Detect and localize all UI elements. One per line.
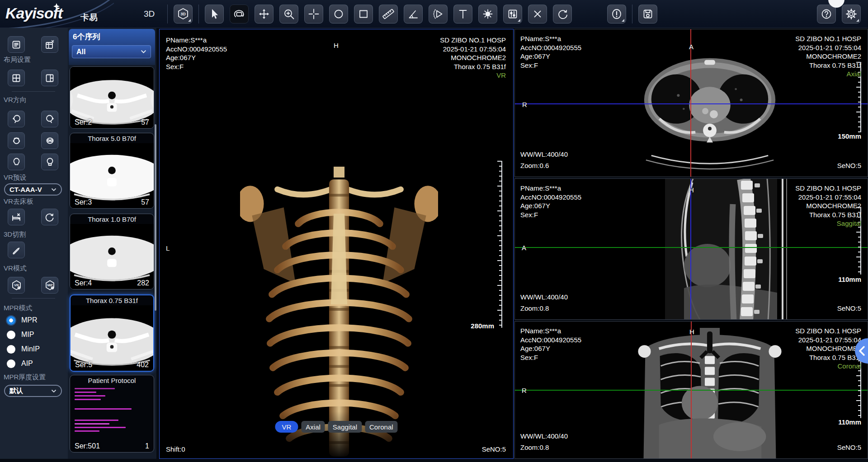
save-image-button[interactable]: [638, 5, 657, 23]
viewport-axial[interactable]: PName:S***a AccNO:0004920555 Age:067Y Se…: [514, 29, 868, 177]
angle-measure-button[interactable]: [404, 5, 423, 23]
series-number: Ser:4: [75, 279, 92, 287]
vr-orientation-front-button[interactable]: [8, 154, 25, 170]
restore-bed-button[interactable]: [41, 209, 58, 225]
layout-close-panel-button[interactable]: [41, 36, 58, 53]
window-level-presets-button[interactable]: [503, 5, 522, 23]
orientation-label: Axial: [795, 70, 861, 79]
layout-list-button[interactable]: [8, 36, 25, 53]
chevron-left-icon: [857, 345, 867, 357]
scale-label: 150mm: [838, 132, 861, 140]
cursor-select-button[interactable]: [205, 5, 224, 23]
mip-hexagon-mode-button[interactable]: MIP: [41, 277, 58, 294]
vr-orientation-feet-button[interactable]: [41, 132, 58, 149]
mpr-mode-option-minip[interactable]: MinIP: [7, 345, 40, 354]
mpr-mode-option-aip[interactable]: AIP: [7, 359, 33, 368]
series-thumbnail-selected[interactable]: Thorax 0.75 B31f Ser:5 402: [70, 294, 154, 372]
radio-label: AIP: [21, 359, 33, 368]
crosshair-vertical-red[interactable]: [691, 322, 692, 458]
series-thumbnail-protocol[interactable]: Patient Protocol Ser:501 1: [70, 375, 154, 453]
patient-sex: Sex:F: [166, 62, 227, 71]
svg-text:3D: 3D: [181, 12, 186, 16]
view-button-axial[interactable]: Axial: [301, 421, 325, 433]
vr-orientation-left-button[interactable]: [8, 111, 25, 127]
remove-bed-button[interactable]: [8, 209, 25, 225]
window-level-overlay: WW/WL:400/40: [520, 150, 568, 159]
scalpel-cut-button[interactable]: [8, 242, 25, 258]
series-thumbnail[interactable]: Thorax 1.0 B70f Ser:4 282: [70, 214, 154, 289]
bed-remove-icon: [11, 212, 22, 223]
mpr-thickness-value: 默认: [9, 387, 23, 395]
app-logo: Kayisoft 卡易: [0, 0, 114, 28]
axial-ct-image: [633, 46, 786, 175]
view-button-saggital[interactable]: Saggital: [328, 421, 362, 433]
layout-main-right-button[interactable]: [41, 70, 58, 86]
mpr-thickness-select[interactable]: 默认: [4, 385, 62, 397]
crosshair-vertical-blue[interactable]: [690, 179, 691, 319]
orientation-label: Coronal: [795, 362, 861, 371]
mpr-mode-option-mip[interactable]: MIP: [7, 330, 34, 339]
patient-name: PName:S***a: [520, 327, 581, 336]
patient-info-overlay: PName:S***a AccNO:0004920555 Age:067Y Se…: [520, 184, 581, 219]
viewport-sagittal[interactable]: PName:S***a AccNO:0004920555 Age:067Y Se…: [514, 178, 868, 320]
thumbnail-footer: Ser:4 282: [75, 279, 149, 287]
vr-direction-label: VR方向: [4, 96, 27, 104]
photometric-interpretation: MONOCHROME2: [795, 52, 861, 61]
vr-orientation-right-button[interactable]: [41, 111, 58, 127]
series-title: Thorax 1.0 B70f: [70, 214, 154, 224]
rectangle-roi-button[interactable]: [354, 5, 373, 23]
close-x-icon: [531, 7, 544, 21]
thumbnail-footer: Ser:5 402: [75, 361, 149, 369]
vr-orientation-head-button[interactable]: [8, 132, 25, 149]
crosshair-horizontal-blue[interactable]: [515, 103, 868, 104]
series-scrollbar[interactable]: [155, 124, 156, 311]
crosshair-horizontal-green[interactable]: [515, 247, 868, 248]
zoom-in-button[interactable]: [279, 5, 298, 23]
pan-button[interactable]: [255, 5, 274, 23]
text-annotation-button[interactable]: [453, 5, 472, 23]
patient-accno: AccNO:0004920555: [520, 193, 581, 202]
radio-label: MPR: [21, 316, 38, 324]
settings-button[interactable]: [842, 5, 861, 23]
image-info-button[interactable]: [607, 5, 626, 23]
series-description: Thorax 0.75 B31f: [795, 61, 861, 70]
cobb-angle-button[interactable]: [429, 5, 448, 23]
series-thumbnail[interactable]: Ser:2 57: [70, 66, 154, 129]
viewport-vr[interactable]: PName:S***a AccNO:0004920555 Age:067Y Se…: [159, 29, 514, 459]
vr-preset-select[interactable]: CT-AAA-V: [4, 183, 62, 196]
vr-preset-label: VR预设: [4, 173, 27, 182]
viewport-coronal[interactable]: PName:S***a AccNO:0004920555 Age:067Y Se…: [514, 321, 868, 459]
vr-hexagon-mode-button[interactable]: VR: [8, 277, 25, 294]
series-thumbnail[interactable]: Thorax 5.0 B70f Ser:3 57: [70, 133, 154, 209]
mpr-mode-option-mpr[interactable]: MPR: [7, 316, 38, 325]
rotate-3d-button[interactable]: [230, 5, 249, 23]
mpr-mode-label: MPR模式: [4, 304, 32, 313]
crosshair-locate-button[interactable]: [304, 5, 323, 23]
image-count: 57: [141, 118, 149, 126]
ellipse-roi-button[interactable]: [329, 5, 348, 23]
layout-right-column-icon: [44, 73, 55, 84]
undo-reset-icon: [44, 212, 55, 223]
pan-icon: [257, 7, 271, 21]
view-button-coronal[interactable]: Coronal: [365, 421, 398, 433]
reset-view-button[interactable]: [553, 5, 572, 23]
shift-overlay: Shift:0: [166, 445, 185, 454]
series-description: Thorax 0.75 B31f: [795, 353, 861, 362]
layout-grid-2x2-button[interactable]: [8, 70, 25, 86]
view-button-vr[interactable]: VR: [275, 421, 298, 433]
delete-annotations-button[interactable]: [528, 5, 547, 23]
patient-sex: Sex:F: [520, 210, 581, 219]
vr-orientation-back-button[interactable]: [41, 154, 58, 170]
study-datetime: 2025-01-21 07:55:04: [795, 43, 861, 52]
study-datetime: 2025-01-21 07:55:04: [795, 193, 861, 202]
view-3d-cube-button[interactable]: 3D: [174, 5, 193, 23]
brightness-window-button[interactable]: [478, 5, 497, 23]
crosshair-vertical-red[interactable]: [690, 29, 691, 177]
series-filter-select[interactable]: All: [72, 45, 151, 58]
series-number: Ser:3: [75, 198, 92, 206]
ruler-measure-button[interactable]: [379, 5, 398, 23]
rectangle-icon: [357, 7, 370, 21]
series-filter-value: All: [76, 48, 85, 56]
study-datetime: 2025-01-21 07:55:04: [795, 336, 861, 345]
chevron-down-icon: [51, 389, 57, 393]
